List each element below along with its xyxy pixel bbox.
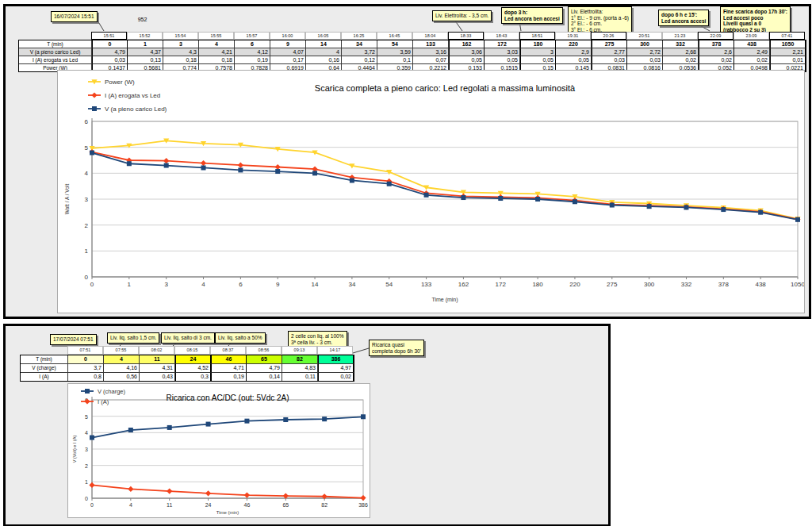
table-cell[interactable]: 4,52 — [175, 364, 211, 373]
table-cell[interactable]: 0,16 — [306, 56, 342, 64]
table-cell[interactable]: 4,37 — [128, 48, 163, 56]
table-cell[interactable]: 0,02 — [699, 56, 734, 64]
table-cell[interactable]: 4,97 — [318, 364, 354, 373]
table-cell[interactable]: 24 — [175, 355, 211, 364]
table-cell[interactable]: 378 — [699, 40, 734, 48]
table-cell[interactable]: 3,59 — [377, 48, 413, 56]
table-cell[interactable]: 3,7 — [68, 364, 104, 373]
table-cell[interactable]: 0,56 — [104, 373, 140, 381]
table-cell[interactable]: 2,6 — [699, 48, 734, 56]
table-cell[interactable]: 1 — [128, 40, 163, 48]
time-header-cell[interactable]: 22:09 — [698, 32, 733, 40]
table-cell[interactable]: 3 — [520, 48, 556, 56]
table-cell[interactable]: 2,49 — [734, 48, 770, 56]
table-cell[interactable]: 4 — [306, 48, 342, 56]
table-cell[interactable]: 3,06 — [449, 48, 485, 56]
table-cell[interactable]: 11 — [140, 355, 175, 364]
table-cell[interactable]: 65 — [247, 355, 282, 364]
time-header-cell[interactable]: 18:04 — [412, 32, 448, 40]
annotation-callout[interactable]: dopo 3 h:Led ancora ben accesi — [501, 7, 563, 24]
table-cell[interactable]: 0,05 — [485, 56, 520, 64]
table-cell[interactable]: 332 — [663, 40, 699, 48]
table-cell[interactable]: 0,3 — [175, 373, 211, 381]
time-header-cell[interactable]: 15:54 — [163, 32, 198, 40]
annotation-callout[interactable]: Ricarica quasicompleta dopo 6h 30' — [369, 340, 424, 356]
time-header-cell[interactable]: 07:55 — [103, 346, 139, 355]
table-cell[interactable]: 4,12 — [235, 48, 270, 56]
table-cell[interactable]: 4,79 — [92, 48, 128, 56]
table-cell[interactable]: 3,72 — [342, 48, 377, 56]
table-cell[interactable]: 0,05 — [556, 56, 592, 64]
table-cell[interactable]: 0,19 — [235, 56, 270, 64]
annotation-callout[interactable]: dopo 6 h e 15':Led ancora accesi — [658, 10, 709, 26]
table-cell[interactable]: 0 — [68, 355, 104, 364]
table-cell[interactable]: 3,03 — [485, 48, 520, 56]
table-cell[interactable]: 0,12 — [342, 56, 377, 64]
time-header-cell[interactable]: 16:05 — [305, 32, 341, 40]
annotation-callout[interactable]: Fine scarica dopo 17h 30':Led accesi poc… — [720, 6, 791, 35]
table-cell[interactable]: 4,83 — [282, 364, 318, 373]
table-cell[interactable]: 133 — [413, 40, 449, 48]
time-header-cell[interactable]: 15:55 — [198, 32, 234, 40]
time-header-cell[interactable]: 21:23 — [662, 32, 698, 40]
table-cell[interactable]: 2,9 — [556, 48, 592, 56]
table-cell[interactable]: 0,02 — [663, 56, 699, 64]
table-cell[interactable]: 162 — [449, 40, 485, 48]
table-cell[interactable]: 172 — [485, 40, 520, 48]
time-header-cell[interactable]: 20:26 — [591, 32, 626, 40]
time-header-cell[interactable]: 08:15 — [174, 346, 210, 355]
table-cell[interactable]: 4,71 — [211, 364, 247, 373]
table-cell[interactable]: 0,11 — [282, 373, 318, 381]
table-cell[interactable]: 2,21 — [770, 48, 806, 56]
table-cell[interactable]: 0,03 — [592, 56, 627, 64]
table-cell[interactable]: 4 — [104, 355, 140, 364]
time-header-cell[interactable]: 23:09 — [733, 32, 769, 40]
table-cell[interactable]: 9 — [270, 40, 306, 48]
time-header-cell[interactable]: 18:43 — [484, 32, 519, 40]
time-header-cell[interactable]: 08:37 — [210, 346, 246, 355]
table-cell[interactable]: 4,21 — [199, 48, 235, 56]
table-cell[interactable]: 0,02 — [318, 373, 354, 381]
time-header-cell[interactable]: 15:51 — [91, 32, 127, 40]
time-header-cell[interactable]: 07:41 — [769, 32, 805, 40]
table-cell[interactable]: 0,18 — [199, 56, 235, 64]
table-cell[interactable]: 0,05 — [520, 56, 556, 64]
annotation-callout[interactable]: 16/07/2024 15:51 — [51, 11, 98, 22]
recharge-chart[interactable]: 0123456041124466582386Time (min)V (Volt)… — [67, 383, 370, 518]
table-cell[interactable]: 4,3 — [163, 48, 199, 56]
table-cell[interactable]: 54 — [377, 40, 413, 48]
table-cell[interactable]: 46 — [211, 355, 247, 364]
time-header-cell[interactable]: 16:00 — [270, 32, 305, 40]
table-cell[interactable]: 0,02 — [734, 56, 770, 64]
table-cell[interactable]: 2,72 — [627, 48, 663, 56]
time-header-cell[interactable]: 08:56 — [246, 346, 282, 355]
table-cell[interactable]: 0,05 — [449, 56, 485, 64]
time-header-cell[interactable]: 16:45 — [377, 32, 412, 40]
table-cell[interactable]: 82 — [282, 355, 318, 364]
annotation-callout[interactable]: Liv. Elettrolita: - 3,5 cm. — [432, 10, 492, 21]
table-cell[interactable]: 6 — [235, 40, 270, 48]
table-cell[interactable]: 4,31 — [140, 364, 175, 373]
table-cell[interactable]: 0,19 — [211, 373, 247, 381]
time-header-cell[interactable]: 18:33 — [448, 32, 484, 40]
table-cell[interactable]: 0,17 — [270, 56, 306, 64]
time-header-cell[interactable]: 08:02 — [139, 346, 174, 355]
table-cell[interactable]: 0,03 — [627, 56, 663, 64]
time-header-cell[interactable]: 18:51 — [519, 32, 555, 40]
discharge-chart[interactable]: 0123456013469143454133162172180220275300… — [57, 70, 805, 313]
annotation-callout[interactable]: Liv. liq. salto di 3 cm. — [161, 332, 215, 344]
time-header-cell[interactable]: 09:13 — [282, 346, 317, 355]
table-cell[interactable]: 3 — [163, 40, 199, 48]
table-cell[interactable]: 300 — [627, 40, 663, 48]
table-cell[interactable]: 0,8 — [68, 373, 104, 381]
table-cell[interactable]: 0,43 — [140, 373, 175, 381]
table-cell[interactable]: 0,03 — [92, 56, 128, 64]
table-cell[interactable]: 180 — [520, 40, 556, 48]
table-cell[interactable]: 438 — [734, 40, 770, 48]
table-cell[interactable]: 0 — [92, 40, 128, 48]
table-cell[interactable]: 2,77 — [592, 48, 627, 56]
annotation-callout[interactable]: Liv. Elettrolita:1° El.: - 9 cm. (porta … — [568, 6, 632, 35]
time-header-cell[interactable]: 15:52 — [127, 32, 163, 40]
annotation-callout[interactable]: Liv. liq. salto 1,5 cm. — [107, 332, 159, 344]
table-cell[interactable]: 34 — [342, 40, 377, 48]
